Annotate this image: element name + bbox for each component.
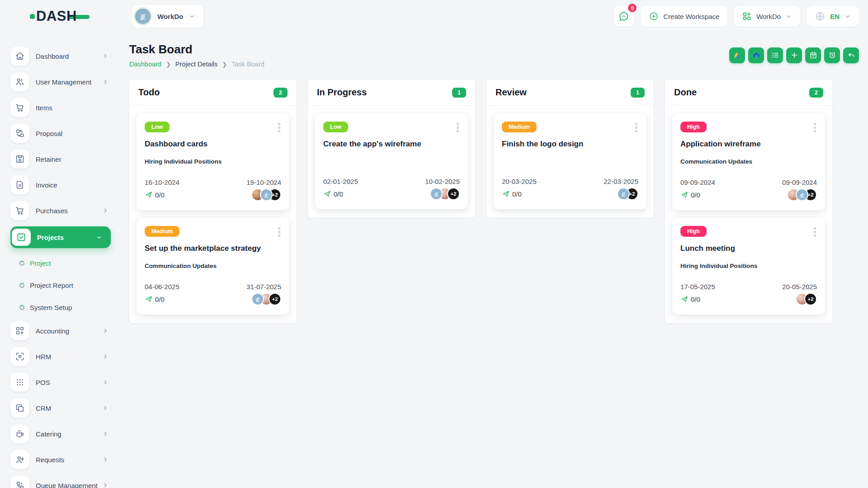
task-title: Application wireframe [680,140,817,149]
breadcrumb-project-details-link[interactable]: Project Details [175,61,217,68]
building-icon [138,11,148,21]
workdo-menu-label: WorkDo [756,13,781,20]
menu-dot [814,231,816,233]
assignee-avatars: +2 [251,188,281,201]
google-drive-button[interactable] [729,47,745,63]
sidebar-item-hrm[interactable]: HRM [10,347,111,366]
sidebar-item-label: Proposal [36,130,111,137]
card-footer: 0/0+2 [680,188,817,201]
task-card[interactable]: HighLunch meetingHiring Individual Posit… [672,218,825,314]
timer-button[interactable] [824,47,840,63]
workspace-name: WorkDo [157,13,183,20]
column-title: Done [674,87,697,98]
workdo-menu-button[interactable]: WorkDo [734,6,800,27]
workspace-selector[interactable]: WorkDo [132,5,203,28]
globe-icon [815,11,826,22]
menu-dot [278,123,280,125]
task-dates: 09-09-202409-09-2024 [680,178,817,186]
sidebar-item-requests[interactable]: Requests [10,450,111,469]
sidebar-item-catering[interactable]: Catering [10,424,111,444]
sidebar-item-projects[interactable]: Projects [10,226,111,248]
messages-button[interactable]: 0 [613,6,634,27]
column-header: Review1 [486,80,654,106]
topbar: DASH WorkDo 0 Create Workspace WorkDo EN [0,0,868,33]
sidebar-subitem-system-setup[interactable]: System Setup [19,298,111,316]
task-card[interactable]: LowDashboard cardsHiring Individual Posi… [137,113,289,210]
sidebar-item-proposal[interactable]: Proposal [10,123,111,143]
create-workspace-button[interactable]: Create Workspace [641,6,727,27]
priority-badge: Medium [145,226,179,237]
card-menu-icon[interactable] [277,226,281,238]
sidebar-item-purchases[interactable]: Purchases [10,201,111,221]
column-cards: MediumFinish the logo design20-03-202522… [486,106,654,218]
card-menu-icon[interactable] [813,226,817,238]
card-menu-icon[interactable] [813,122,817,134]
retainer-icon [10,150,29,169]
menu-dot [278,235,280,237]
breadcrumb-dashboard-link[interactable]: Dashboard [129,61,161,68]
task-title: Create the app's wireframe [323,140,460,149]
chevron-down-icon [96,234,103,241]
task-card[interactable]: LowCreate the app's wireframe02-01-20251… [315,113,468,209]
plus-circle-icon [649,11,659,21]
sidebar-subitem-label: Project Report [30,282,73,289]
submenu-bullet-icon [19,283,24,288]
column-count-badge: 2 [809,88,823,98]
menu-dot [814,123,816,125]
task-progress: 0/0 [502,190,522,198]
task-card[interactable]: MediumSet up the marketplace strategyCom… [137,218,289,314]
plus-button[interactable] [786,47,802,63]
card-menu-icon[interactable] [634,122,638,134]
plus-icon [790,51,798,59]
sidebar-item-pos[interactable]: POS [10,372,111,392]
assignee-avatars: +2 [251,293,281,305]
task-start-date: 09-09-2024 [680,178,715,186]
sidebar-item-user-management[interactable]: User Management [10,72,111,92]
task-milestone: Communication Updates [145,263,281,269]
home-icon [10,47,29,66]
card-menu-icon[interactable] [456,122,460,134]
priority-badge: Medium [502,122,537,132]
calendar-button[interactable] [805,47,821,63]
sidebar-item-label: User Management [36,78,102,86]
card-menu-icon[interactable] [277,122,281,134]
sidebar-item-crm[interactable]: CRM [10,398,111,418]
onedrive-button[interactable] [748,47,764,63]
card-top-row: Medium [145,226,281,238]
calendar-icon [809,51,817,59]
task-progress: 0/0 [680,295,700,303]
sidebar-item-items[interactable]: Items [10,98,111,117]
task-progress-count: 0/0 [691,191,700,199]
task-card[interactable]: MediumFinish the logo design20-03-202522… [494,113,646,209]
sidebar-subitem-project[interactable]: Project [19,254,111,272]
sidebar-item-label: Accounting [36,327,102,335]
sidebar-item-label: Invoice [36,181,111,189]
task-milestone: Communication Updates [680,158,817,165]
menu-dot [457,130,459,132]
assignee-avatars: +2 [796,293,817,305]
card-footer: 0/0+2 [323,188,460,200]
task-dates: 02-01-202510-02-2025 [323,178,460,185]
task-start-date: 20-03-2025 [502,178,537,185]
sidebar-item-label: Purchases [36,207,102,215]
sidebar-submenu-projects: ProjectProject ReportSystem Setup [0,254,118,316]
sidebar-item-retainer[interactable]: Retainer [10,149,111,169]
language-selector[interactable]: EN [807,6,859,27]
sidebar-item-queue-management[interactable]: Queue Management [10,475,111,488]
chevron-right-icon [102,456,109,463]
sidebar-item-dashboard[interactable]: Dashboard [10,46,111,66]
app-logo[interactable]: DASH [0,8,118,24]
sidebar-subitem-project-report[interactable]: Project Report [19,276,111,294]
card-footer: 0/0+2 [502,188,638,200]
menu-dot [635,127,637,129]
sidebar-item-accounting[interactable]: Accounting [10,321,111,341]
grid-plus-icon [742,11,752,21]
task-card[interactable]: HighApplication wireframeCommunication U… [672,113,825,210]
list-button[interactable] [767,47,783,63]
avatar-overflow-badge: +2 [804,293,817,305]
undo-button[interactable] [843,47,859,63]
task-start-date: 17-05-2025 [680,283,715,291]
sidebar-item-invoice[interactable]: Invoice [10,175,111,195]
task-dates: 20-03-202522-03-2025 [502,178,638,185]
send-icon [145,191,153,199]
